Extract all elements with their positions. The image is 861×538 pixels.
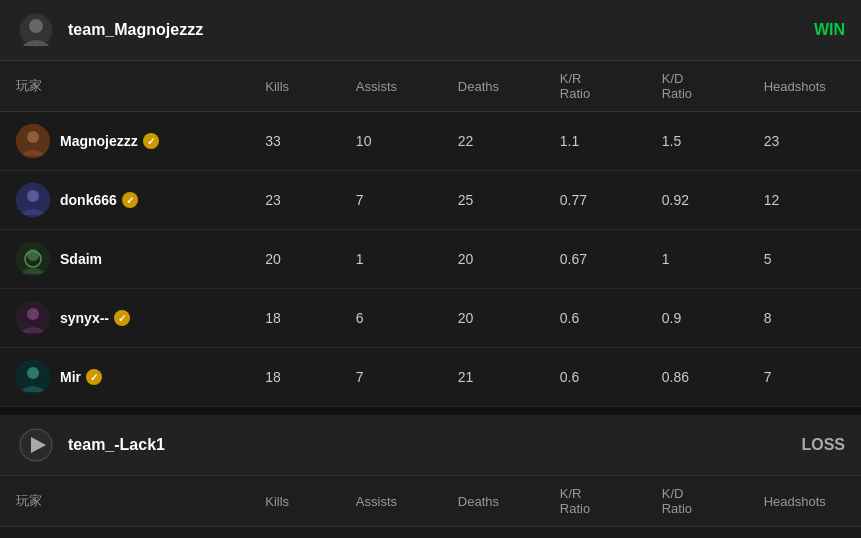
kills-cell: 33: [249, 112, 340, 171]
deaths-cell: 20: [442, 230, 544, 289]
team2-name: team_-Lack1: [68, 436, 165, 454]
kd-cell: 0.9: [646, 289, 748, 348]
col-header-assists: Assists: [340, 61, 442, 112]
col2-header-hs: Headshots: [748, 476, 861, 527]
team1-result: WIN: [814, 21, 845, 39]
hs-cell: 23: [748, 112, 861, 171]
deaths-cell: 22: [442, 112, 544, 171]
hs-cell: 7: [748, 348, 861, 407]
deaths-cell: 25: [442, 171, 544, 230]
kr-cell: 1.1: [544, 112, 646, 171]
deaths-cell: 20: [442, 289, 544, 348]
team2-result: LOSS: [801, 436, 845, 454]
col-header-deaths: Deaths: [442, 61, 544, 112]
team1-header: team_Magnojezzz WIN: [0, 0, 861, 61]
team1-name: team_Magnojezzz: [68, 21, 203, 39]
player-name[interactable]: Mir: [60, 369, 102, 385]
player-name[interactable]: donk666: [60, 192, 138, 208]
col-header-kr: K/RRatio: [544, 61, 646, 112]
kills-cell: 20: [249, 230, 340, 289]
player-avatar: [16, 124, 50, 158]
kd-cell: 0.86: [646, 348, 748, 407]
verified-badge: [143, 133, 159, 149]
player-avatar: [16, 183, 50, 217]
svg-point-1: [29, 19, 43, 33]
svg-point-5: [27, 190, 39, 202]
kr-cell: 0.77: [544, 171, 646, 230]
verified-badge: [86, 369, 102, 385]
team1-avatar: [16, 10, 56, 50]
table-row: Mir 18 7 21 0.6 0.86 7: [0, 348, 861, 407]
svg-point-3: [27, 131, 39, 143]
col2-header-kr: K/RRatio: [544, 476, 646, 527]
svg-point-12: [27, 367, 39, 379]
col2-header-deaths: Deaths: [442, 476, 544, 527]
kills-cell: 18: [249, 348, 340, 407]
page-container: team_Magnojezzz WIN 玩家 Kills Assists Dea…: [0, 0, 861, 527]
team2-stats-table: 玩家 Kills Assists Deaths K/RRatio K/DRati…: [0, 476, 861, 527]
team1-column-headers: 玩家 Kills Assists Deaths K/RRatio K/DRati…: [0, 61, 861, 112]
player-cell: Sdaim: [0, 230, 249, 289]
assists-cell: 10: [340, 112, 442, 171]
verified-badge: [114, 310, 130, 326]
team2-header-left: team_-Lack1: [16, 425, 165, 465]
assists-cell: 6: [340, 289, 442, 348]
assists-cell: 7: [340, 348, 442, 407]
team1-section: team_Magnojezzz WIN 玩家 Kills Assists Dea…: [0, 0, 861, 407]
hs-cell: 12: [748, 171, 861, 230]
kr-cell: 0.6: [544, 289, 646, 348]
kr-cell: 0.67: [544, 230, 646, 289]
player-avatar: [16, 301, 50, 335]
assists-cell: 1: [340, 230, 442, 289]
col2-header-player: 玩家: [0, 476, 249, 527]
table-row: Sdaim 20 1 20 0.67 1 5: [0, 230, 861, 289]
player-cell: donk666: [0, 171, 249, 230]
table-row: donk666 23 7 25 0.77 0.92 12: [0, 171, 861, 230]
col2-header-assists: Assists: [340, 476, 442, 527]
player-cell: synyx--: [0, 289, 249, 348]
player-name[interactable]: Sdaim: [60, 251, 102, 267]
verified-badge: [122, 192, 138, 208]
col-header-hs: Headshots: [748, 61, 861, 112]
player-cell: Mir: [0, 348, 249, 407]
deaths-cell: 21: [442, 348, 544, 407]
hs-cell: 8: [748, 289, 861, 348]
col2-header-kd: K/DRatio: [646, 476, 748, 527]
team2-section: team_-Lack1 LOSS 玩家 Kills Assists Deaths…: [0, 415, 861, 527]
hs-cell: 5: [748, 230, 861, 289]
col-header-kd: K/DRatio: [646, 61, 748, 112]
player-cell: Magnojezzz: [0, 112, 249, 171]
team2-header: team_-Lack1 LOSS: [0, 415, 861, 476]
section-divider: [0, 407, 861, 415]
kr-cell: 0.6: [544, 348, 646, 407]
table-row: Magnojezzz 33 10 22 1.1 1.5 23: [0, 112, 861, 171]
kills-cell: 23: [249, 171, 340, 230]
team1-header-left: team_Magnojezzz: [16, 10, 203, 50]
player-name[interactable]: synyx--: [60, 310, 130, 326]
team2-avatar: [16, 425, 56, 465]
team2-column-headers: 玩家 Kills Assists Deaths K/RRatio K/DRati…: [0, 476, 861, 527]
assists-cell: 7: [340, 171, 442, 230]
team1-stats-table: 玩家 Kills Assists Deaths K/RRatio K/DRati…: [0, 61, 861, 407]
table-row: synyx-- 18 6 20 0.6 0.9 8: [0, 289, 861, 348]
player-avatar: [16, 242, 50, 276]
col-header-player: 玩家: [0, 61, 249, 112]
kills-cell: 18: [249, 289, 340, 348]
col2-header-kills: Kills: [249, 476, 340, 527]
kd-cell: 1.5: [646, 112, 748, 171]
player-name[interactable]: Magnojezzz: [60, 133, 159, 149]
kd-cell: 1: [646, 230, 748, 289]
player-avatar: [16, 360, 50, 394]
col-header-kills: Kills: [249, 61, 340, 112]
svg-point-10: [27, 308, 39, 320]
kd-cell: 0.92: [646, 171, 748, 230]
